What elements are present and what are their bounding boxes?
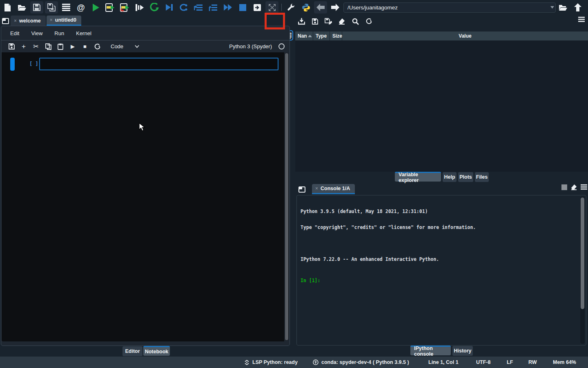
variable-explorer-toolbar [296, 16, 374, 27]
parent-directory-button[interactable] [570, 1, 585, 14]
console-scrollbar[interactable] [580, 197, 585, 344]
column-header-type[interactable]: Type [313, 31, 330, 40]
working-directory-input[interactable] [343, 2, 556, 13]
save-notebook-button[interactable] [5, 42, 18, 52]
toolbar-separator [281, 4, 282, 11]
save-as-icon [325, 18, 332, 25]
copy-cell-button[interactable] [42, 42, 54, 52]
console-banner-line: IPython 7.22.0 -- An enhanced Interactiv… [301, 257, 577, 262]
browse-tabs-button[interactable] [296, 184, 307, 194]
save-button[interactable] [30, 1, 43, 13]
ipython-console-view[interactable]: Python 3.9.5 (default, May 18 2021, 12:3… [296, 195, 586, 346]
tab-label: untitled0 [55, 17, 76, 23]
variable-explorer-options-button[interactable] [578, 17, 585, 22]
rerun-cell-button[interactable] [147, 1, 162, 14]
import-data-button[interactable] [296, 16, 307, 27]
run-cell-button[interactable] [103, 1, 118, 14]
column-header-name[interactable]: Nan [295, 31, 313, 40]
notebook-editor-area[interactable]: [ ]: [2, 52, 284, 341]
browse-tabs-button[interactable] [0, 16, 11, 26]
file-switcher-button[interactable] [59, 1, 74, 14]
notebook-menubar: Edit View Run Kernel [1, 26, 290, 40]
tab-history[interactable]: History [452, 346, 473, 356]
search-icon [352, 18, 359, 25]
tab-ipython-console[interactable]: IPython console [410, 346, 451, 355]
debug-step-button[interactable] [176, 1, 191, 14]
remove-variables-button[interactable] [336, 16, 347, 27]
status-bar: LSP Python: ready conda: spyder-dev-4 ( … [0, 357, 588, 368]
cell-type-dropdown[interactable]: Code [111, 43, 139, 49]
interrupt-kernel-icon[interactable] [561, 184, 567, 190]
tab-variable-explorer[interactable]: Variable explorer [395, 172, 441, 182]
preferences-button[interactable] [284, 1, 298, 14]
step-into-button[interactable] [191, 1, 206, 14]
variable-table-body[interactable] [295, 40, 588, 172]
menu-edit[interactable]: Edit [10, 30, 19, 36]
tab-untitled0[interactable]: × untitled0 [47, 16, 81, 26]
encoding-status: UTF-8 [476, 357, 490, 368]
open-folder-icon [18, 4, 27, 11]
save-all-icon [47, 3, 56, 11]
tab-welcome[interactable]: × welcome [11, 16, 46, 26]
restart-kernel-button[interactable] [91, 42, 103, 52]
path-dropdown-icon[interactable] [550, 6, 554, 9]
notebook-scrollbar[interactable] [285, 53, 289, 341]
tab-console-1a[interactable]: × Console 1/A [312, 184, 355, 194]
tab-help[interactable]: Help [443, 172, 457, 182]
run-cell-advance-button[interactable] [118, 1, 132, 14]
code-cell-input[interactable] [39, 58, 278, 70]
tab-files[interactable]: Files [475, 172, 489, 182]
console-options-icon[interactable] [581, 184, 587, 190]
notebook-panel: × welcome × untitled0 Edit View Run Kern… [0, 15, 291, 346]
kernel-status-icon [278, 43, 285, 49]
paste-cell-button[interactable] [54, 42, 67, 52]
tab-editor[interactable]: Editor [122, 346, 143, 356]
console-panel: × Console 1/A Python 3.9.5 (default, May… [295, 182, 588, 357]
python-logo-icon [302, 3, 310, 12]
save-all-button[interactable] [45, 1, 58, 13]
debug-file-button[interactable] [162, 1, 176, 14]
browse-directory-button[interactable] [556, 1, 570, 14]
save-icon [312, 18, 318, 25]
menu-view[interactable]: View [31, 30, 42, 36]
open-external-button[interactable] [250, 1, 265, 14]
run-cell-button[interactable]: ▶ [67, 42, 79, 52]
working-directory-combobox[interactable] [343, 2, 556, 13]
scrollbar-thumb[interactable] [581, 197, 584, 309]
cut-cell-button[interactable]: ✂ [30, 42, 42, 52]
column-header-size[interactable]: Size [330, 31, 342, 40]
column-header-value[interactable]: Value [342, 31, 588, 40]
new-file-button[interactable] [0, 1, 15, 14]
stop-debug-button[interactable] [235, 1, 250, 14]
eraser-icon[interactable] [570, 184, 577, 190]
refresh-variables-button[interactable] [363, 16, 374, 27]
save-data-as-button[interactable] [323, 16, 334, 27]
browse-tabs-icon [298, 186, 305, 193]
search-variables-button[interactable] [350, 16, 361, 27]
close-tab-icon[interactable]: × [50, 18, 53, 22]
import-icon [298, 18, 305, 25]
back-button[interactable] [314, 1, 327, 13]
save-data-button[interactable] [309, 16, 321, 27]
tab-notebook[interactable]: Notebook [143, 346, 170, 356]
run-icon [92, 4, 99, 11]
debug-continue-fast-button[interactable] [220, 1, 235, 14]
pythonpath-manager-button[interactable] [298, 1, 313, 14]
scrollbar-thumb[interactable] [285, 53, 288, 340]
find-symbols-button[interactable]: @ [74, 1, 88, 14]
step-return-button[interactable] [206, 1, 220, 14]
run-file-button[interactable] [88, 1, 103, 14]
tab-plots[interactable]: Plots [458, 172, 473, 182]
forward-button[interactable] [328, 1, 343, 14]
close-tab-icon[interactable]: × [14, 18, 17, 23]
debug-continue-icon [165, 4, 173, 11]
save-icon [9, 43, 15, 49]
interrupt-kernel-button[interactable]: ■ [79, 42, 91, 52]
run-selection-button[interactable] [132, 1, 147, 14]
menu-kernel[interactable]: Kernel [76, 30, 91, 36]
menu-run[interactable]: Run [54, 30, 64, 36]
open-file-button[interactable] [15, 1, 29, 14]
close-tab-icon[interactable]: × [315, 186, 318, 191]
add-cell-button[interactable]: + [18, 42, 30, 52]
maximize-pane-button[interactable] [265, 1, 278, 13]
